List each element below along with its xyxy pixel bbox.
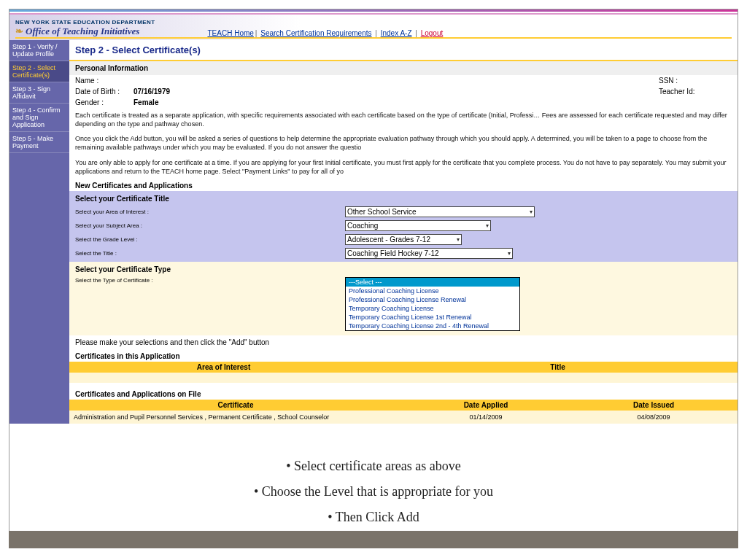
nav-logout[interactable]: Logout — [421, 29, 444, 37]
app-table-empty-row — [69, 373, 738, 383]
sidebar: Step 1 - Verify / Update Profile Step 2 … — [9, 40, 69, 424]
gender-label: Gender : — [75, 98, 133, 106]
field-area-interest: Select your Area of Interest : Other Sch… — [69, 205, 738, 219]
file-col-applied: Date Applied — [402, 400, 570, 411]
new-certs-header: New Certificates and Applications — [69, 179, 738, 191]
step-title: Step 2 - Select Certificate(s) — [69, 40, 738, 61]
nav-index[interactable]: Index A-Z — [381, 29, 412, 37]
cert-type-label: Select the Type of Certificate : — [75, 277, 345, 284]
sidebar-step-3[interactable]: Step 3 - Sign Affidavit — [9, 82, 69, 104]
file-cell-cert: Administration and Pupil Personnel Servi… — [69, 411, 402, 424]
ssn-label: SSN : — [659, 77, 732, 85]
app-table-header: Area of Interest Title — [69, 362, 738, 373]
app-col-title: Title — [378, 362, 738, 373]
sidebar-step-1[interactable]: Step 1 - Verify / Update Profile — [9, 40, 69, 61]
subject-area-select[interactable]: Coaching▾ — [345, 220, 491, 231]
file-table-header: Certificate Date Applied Date Issued — [69, 400, 738, 411]
slide-bullet-list: Select certificate areas as above Choose… — [9, 451, 738, 535]
instruction-para-3: You are only able to apply for one certi… — [69, 155, 738, 179]
file-col-issued: Date Issued — [570, 400, 738, 411]
slide-frame: NEW YORK STATE EDUCATION DEPARTMENT ❧Off… — [9, 9, 738, 548]
the-title-select[interactable]: Coaching Field Hockey 7-12▾ — [345, 248, 513, 259]
sidebar-step-5[interactable]: Step 5 - Make Payment — [9, 132, 69, 153]
header-divider — [15, 37, 732, 39]
app-header: NEW YORK STATE EDUCATION DEPARTMENT ❧Off… — [9, 15, 738, 40]
office-name: ❧Office of Teaching Initiatives — [15, 26, 155, 37]
dept-name: NEW YORK STATE EDUCATION DEPARTMENT — [15, 19, 155, 26]
instruction-para-2: Once you click the Add button, you will … — [69, 131, 738, 155]
cert-type-option-4[interactable]: Temporary Coaching License 1st Renewal — [346, 313, 519, 322]
field-the-title: Select the Title : Coaching Field Hockey… — [69, 246, 738, 260]
teacher-id-label: Teacher Id: — [659, 88, 732, 96]
area-interest-select[interactable]: Other School Service▾ — [345, 206, 535, 217]
subject-area-label: Select your Subject Area : — [75, 222, 345, 229]
cert-type-option-3[interactable]: Temporary Coaching License — [346, 304, 519, 313]
app-col-area: Area of Interest — [69, 362, 378, 373]
select-cert-title-box: Select your Certificate Title Select you… — [69, 191, 738, 262]
nav-home[interactable]: TEACH Home — [207, 29, 253, 37]
file-cell-issued: 04/08/2009 — [570, 411, 738, 424]
cert-type-option-2[interactable]: Professional Coaching License Renewal — [346, 295, 519, 304]
nav-search[interactable]: Search Certification Requirements — [260, 29, 371, 37]
bullet-3: Then Click Add — [9, 510, 738, 525]
cert-type-option-1[interactable]: Professional Coaching License — [346, 287, 519, 295]
file-table-row: Administration and Pupil Personnel Servi… — [69, 411, 738, 424]
content-area: Step 2 - Select Certificate(s) Personal … — [69, 40, 738, 424]
certs-in-app-header: Certificates in this Application — [69, 349, 738, 362]
field-subject-area: Select your Subject Area : Coaching▾ — [69, 219, 738, 233]
pi-row-name: Name : SSN : — [69, 75, 738, 86]
gender-value: Female — [133, 98, 382, 106]
accent-bar-1 — [9, 9, 738, 12]
cert-type-select-open[interactable]: ---Select --- Professional Coaching Lice… — [345, 277, 520, 331]
dob-value: 07/16/1979 — [133, 88, 382, 96]
chevron-down-icon: ▾ — [486, 222, 489, 229]
pi-row-dob: Date of Birth : 07/16/1979 Teacher Id: — [69, 86, 738, 97]
cert-type-option-5[interactable]: Temporary Coaching License 2nd - 4th Ren… — [346, 322, 519, 330]
bullet-2: Choose the Level that is appropriate for… — [9, 484, 738, 499]
select-cert-type-box: Select your Certificate Type Select the … — [69, 262, 738, 335]
the-title-label: Select the Title : — [75, 250, 345, 257]
bullet-1: Select certificate areas as above — [9, 459, 738, 474]
field-grade-level: Select the Grade Level : Adolescent - Gr… — [69, 233, 738, 246]
chevron-down-icon: ▾ — [508, 250, 511, 257]
grade-level-label: Select the Grade Level : — [75, 236, 345, 243]
file-cell-applied: 01/14/2009 — [402, 411, 570, 424]
instruction-para-1: Each certificate is treated as a separat… — [69, 108, 738, 131]
pi-row-gender: Gender : Female — [69, 97, 738, 108]
file-col-cert: Certificate — [69, 400, 402, 411]
certs-on-file-header: Certificates and Applications on File — [69, 387, 738, 400]
logo-block: NEW YORK STATE EDUCATION DEPARTMENT ❧Off… — [15, 19, 155, 37]
slide-bottom-bar — [9, 531, 738, 548]
chevron-down-icon: ▾ — [457, 236, 460, 243]
sidebar-step-2[interactable]: Step 2 - Select Certificate(s) — [9, 61, 69, 82]
main-row: Step 1 - Verify / Update Profile Step 2 … — [9, 40, 738, 424]
grade-level-select[interactable]: Adolescent - Grades 7-12▾ — [345, 234, 462, 245]
field-cert-type: Select the Type of Certificate : ---Sele… — [69, 276, 738, 335]
dob-label: Date of Birth : — [75, 88, 133, 96]
chevron-down-icon: ▾ — [530, 209, 533, 215]
select-cert-title-header: Select your Certificate Title — [69, 192, 738, 205]
nav-links: TEACH Home| Search Certification Require… — [206, 29, 444, 37]
please-make-selections: Please make your selections and then cli… — [69, 335, 738, 349]
personal-info-header: Personal Information — [69, 61, 738, 75]
area-interest-label: Select your Area of Interest : — [75, 209, 345, 215]
leaf-icon: ❧ — [15, 26, 23, 36]
cert-type-option-select[interactable]: ---Select --- — [346, 278, 519, 287]
name-label: Name : — [75, 77, 133, 85]
select-cert-type-header: Select your Certificate Type — [69, 263, 738, 276]
name-value — [133, 77, 382, 85]
sidebar-step-4[interactable]: Step 4 - Confirm and Sign Application — [9, 104, 69, 132]
